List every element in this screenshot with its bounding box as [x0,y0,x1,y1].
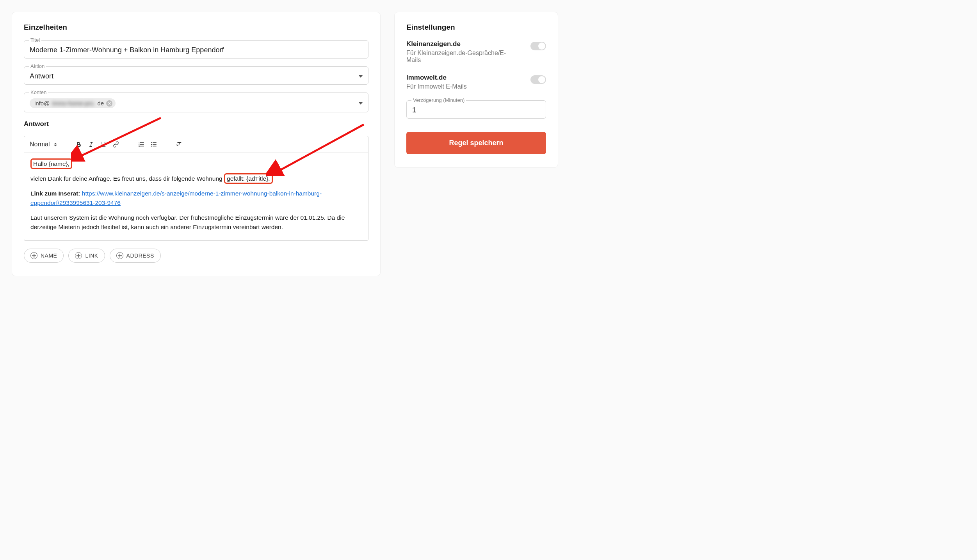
delay-label: Verzögerung (Minuten) [411,97,466,103]
underline-icon[interactable] [100,140,107,148]
kleinanzeigen-desc: Für Kleinanzeigen.de-Gespräche/E-Mails [406,50,516,64]
settings-heading: Einstellungen [406,23,546,32]
chip-blur: immo-home-pro. [52,100,95,107]
bullet-list-icon[interactable] [150,140,158,148]
adtitle-highlight: gefällt: {adTitle}. [224,173,273,184]
insert-link-button[interactable]: LINK [68,249,105,263]
kleinanzeigen-title: Kleinanzeigen.de [406,40,516,48]
editor-body[interactable]: Hallo {name}, vielen Dank für deine Anfr… [24,153,368,240]
plus-icon [116,252,123,259]
delay-input[interactable] [412,106,540,114]
account-chip[interactable]: info@immo-home-pro.de ✕ [30,98,116,108]
insert-address-button[interactable]: ADDRESS [110,249,161,263]
action-field[interactable]: Aktion Antwort [24,66,368,85]
delay-field[interactable]: Verzögerung (Minuten) [406,100,546,119]
ordered-list-icon[interactable] [137,140,145,148]
svg-point-2 [151,146,151,146]
details-card: Einzelheiten Titel Aktion Antwort Konten… [12,12,381,276]
svg-point-1 [151,144,151,145]
action-value: Antwort [30,72,53,80]
chip-suffix: de [97,100,104,107]
settings-card: Einstellungen Kleinanzeigen.de Für Klein… [394,12,558,168]
availability-text: Laut unserem System ist die Wohnung noch… [30,213,362,232]
clear-format-icon[interactable] [175,140,183,148]
insert-name-button[interactable]: NAME [24,249,64,263]
accounts-field[interactable]: Konten info@immo-home-pro.de ✕ [24,92,368,112]
plus-icon [30,252,37,259]
title-input[interactable] [30,46,363,54]
link-label: Link zum Inserat: [30,190,82,197]
chevron-down-icon [359,102,363,105]
immowelt-toggle[interactable] [530,75,546,84]
editor-toolbar: Normal [24,136,368,153]
svg-point-0 [151,142,151,143]
title-label: Titel [29,37,41,43]
chip-remove-icon[interactable]: ✕ [106,100,112,107]
chip-prefix: info@ [34,100,50,107]
link-icon[interactable] [112,140,120,148]
format-value: Normal [30,141,50,148]
format-select[interactable]: Normal [30,141,57,148]
details-heading: Einzelheiten [24,23,368,32]
greeting-highlight: Hallo {name}, [30,158,72,169]
action-label: Aktion [29,63,46,69]
kleinanzeigen-toggle[interactable] [530,42,546,50]
save-rule-button[interactable]: Regel speichern [406,132,546,154]
immowelt-title: Immowelt.de [406,74,467,82]
plus-icon [75,252,82,259]
bold-icon[interactable] [75,140,82,148]
variable-pill-row: NAME LINK ADDRESS [24,249,368,263]
italic-icon[interactable] [87,140,95,148]
thanks-text: vielen Dank für deine Anfrage. Es freut … [30,175,224,182]
chevron-down-icon [359,75,363,78]
title-field[interactable]: Titel [24,40,368,59]
accounts-label: Konten [29,89,48,95]
answer-editor: Normal [24,136,368,241]
immowelt-desc: Für Immowelt E-Mails [406,83,467,90]
answer-label: Antwort [24,120,368,128]
